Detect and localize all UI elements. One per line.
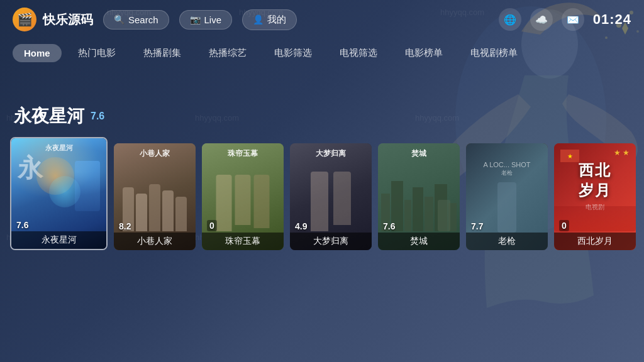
search-button[interactable]: 🔍 Search — [103, 10, 169, 30]
card1-score: 7.6 — [16, 220, 28, 230]
card3-score: 0 — [207, 220, 217, 231]
tab-movie-filter[interactable]: 电影筛选 — [263, 43, 323, 63]
card3-figures — [216, 175, 270, 231]
app-title: 快乐源码 — [43, 11, 93, 28]
card5-label: 焚城 — [378, 233, 460, 250]
search-icon: 🔍 — [114, 14, 125, 25]
logo-avatar: 🎬 — [13, 8, 36, 31]
cards-row: 永夜星河 永 7.6 永夜星河 小巷人家 8.2 小巷人家 — [0, 137, 644, 250]
globe-button[interactable]: 🌐 — [499, 8, 521, 31]
tab-hot-movies[interactable]: 热门电影 — [67, 43, 127, 63]
tab-variety[interactable]: 热播综艺 — [197, 43, 258, 63]
card2-title-art: 小巷人家 — [114, 148, 196, 159]
card5-figure — [438, 200, 450, 231]
tab-movie-chart[interactable]: 电影榜单 — [394, 43, 454, 63]
featured-section: 永夜星河 7.6 — [0, 67, 644, 137]
featured-title: 永夜星河 — [14, 104, 84, 128]
card7-score: 0 — [559, 220, 569, 231]
my-button[interactable]: 👤 我的 — [242, 9, 297, 30]
card4-score: 4.9 — [295, 221, 307, 231]
live-button[interactable]: 📷 Live — [179, 10, 233, 30]
featured-score: 7.6 — [91, 111, 104, 122]
card3-label: 珠帘玉幕 — [202, 233, 284, 250]
cloud-icon: ☁️ — [535, 14, 548, 26]
card7-stars: ★ ★ — [614, 148, 630, 157]
tab-home[interactable]: Home — [13, 44, 62, 62]
card2-label: 小巷人家 — [114, 233, 196, 250]
header: 🎬 快乐源码 🔍 Search 📷 Live 👤 我的 🌐 ☁️ ✉️ 01:2… — [0, 0, 644, 39]
tab-tv-filter[interactable]: 电视筛选 — [328, 43, 389, 63]
card4-label: 大梦归离 — [290, 233, 372, 250]
card4-figures — [311, 172, 351, 231]
logo-area: 🎬 快乐源码 — [13, 8, 93, 31]
card1-figure — [75, 161, 100, 211]
tab-hot-series[interactable]: 热播剧集 — [132, 43, 192, 63]
card6-figure — [497, 182, 516, 233]
card5-score: 7.6 — [383, 221, 395, 231]
card-fencheng[interactable]: 焚城 7.6 焚城 — [378, 143, 460, 250]
my-label: 我的 — [267, 14, 286, 26]
card-xiaoqiang[interactable]: 小巷人家 8.2 小巷人家 — [114, 143, 196, 250]
card-laoqiang[interactable]: A LOC... SHOT老枪 7.7 老枪 — [466, 143, 548, 250]
header-right: 🌐 ☁️ ✉️ 01:24 — [499, 8, 631, 31]
card-xibeisuiyue[interactable]: ★ ★ ★ 西北岁月 电视剧 0 西北岁月 — [554, 143, 636, 250]
card-damengguili[interactable]: 大梦归离 4.9 大梦归离 — [290, 143, 372, 250]
nav-tabs: Home 热门电影 热播剧集 热播综艺 电影筛选 电视筛选 电影榜单 电视剧榜单 — [0, 39, 644, 67]
search-label: Search — [128, 14, 158, 25]
card6-text-overlay: A LOC... SHOT老枪 — [480, 161, 533, 177]
tab-tv-chart[interactable]: 电视剧榜单 — [459, 43, 529, 63]
globe-icon: 🌐 — [504, 14, 516, 26]
card6-label: 老枪 — [466, 233, 548, 250]
mail-icon: ✉️ — [567, 14, 579, 26]
card3-title-art: 珠帘玉幕 — [202, 148, 284, 159]
card-yongyexinghe[interactable]: 永夜星河 永 7.6 永夜星河 — [10, 137, 108, 250]
card6-score: 7.7 — [471, 221, 483, 231]
mail-button[interactable]: ✉️ — [562, 8, 584, 31]
card4-title-art: 大梦归离 — [290, 148, 372, 159]
user-icon: 👤 — [253, 14, 264, 25]
cloud-button[interactable]: ☁️ — [530, 8, 553, 31]
card-zhulianyumu[interactable]: 珠帘玉幕 0 珠帘玉幕 — [202, 143, 284, 250]
card2-score: 8.2 — [119, 221, 131, 231]
clock: 01:24 — [593, 11, 631, 28]
card5-title-art: 焚城 — [378, 148, 460, 159]
card1-label: 永夜星河 — [11, 231, 106, 249]
live-label: Live — [204, 14, 222, 25]
live-icon: 📷 — [190, 14, 201, 25]
card7-main-text: 西北岁月 电视剧 — [575, 160, 616, 212]
card7-label: 西北岁月 — [554, 233, 636, 250]
